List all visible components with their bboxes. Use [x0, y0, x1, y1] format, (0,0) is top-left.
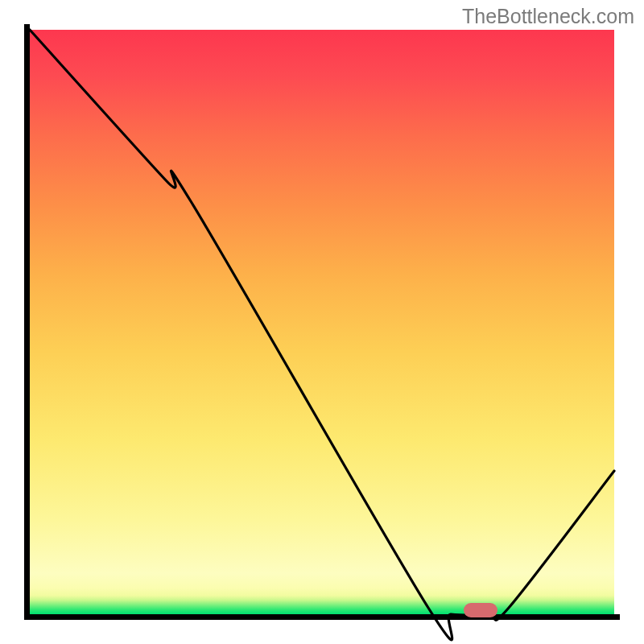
chart-stage: TheBottleneck.com	[0, 0, 644, 644]
watermark-text: TheBottleneck.com	[462, 5, 634, 28]
plot-gradient-fill	[30, 30, 614, 614]
x-axis-line	[24, 614, 620, 620]
y-axis-line	[24, 24, 30, 620]
